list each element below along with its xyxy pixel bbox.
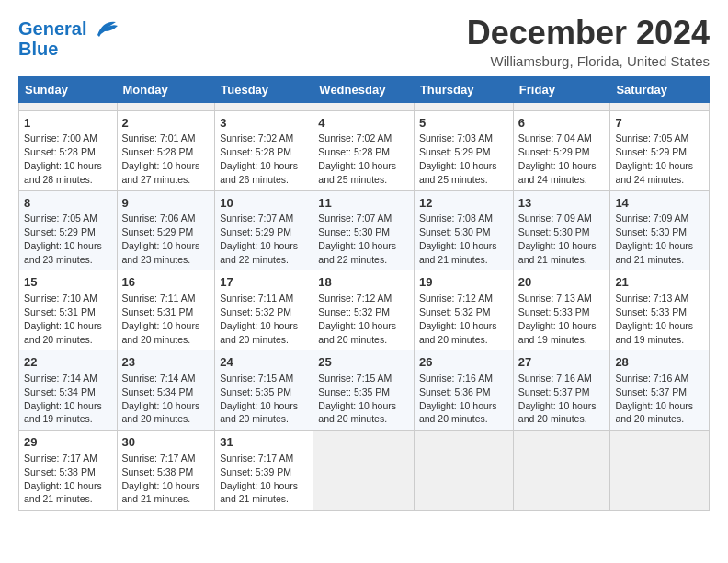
day-number: 4 [318, 115, 409, 132]
cell-info: Sunrise: 7:14 AMSunset: 5:34 PMDaylight:… [122, 373, 200, 425]
day-number: 10 [220, 195, 308, 212]
day-number: 5 [419, 115, 508, 132]
cell-info: Sunrise: 7:16 AMSunset: 5:37 PMDaylight:… [615, 373, 693, 425]
table-cell: 2Sunrise: 7:01 AMSunset: 5:28 PMDaylight… [117, 110, 215, 190]
cell-info: Sunrise: 7:02 AMSunset: 5:28 PMDaylight:… [318, 132, 396, 185]
cell-info: Sunrise: 7:17 AMSunset: 5:39 PMDaylight:… [220, 453, 298, 505]
cell-info: Sunrise: 7:00 AMSunset: 5:28 PMDaylight:… [24, 132, 102, 185]
table-cell [215, 102, 313, 110]
week-row-6: 29Sunrise: 7:17 AMSunset: 5:38 PMDayligh… [19, 431, 710, 511]
day-number: 18 [318, 274, 409, 291]
day-number: 26 [419, 354, 508, 371]
cell-info: Sunrise: 7:05 AMSunset: 5:29 PMDaylight:… [24, 213, 102, 265]
cell-info: Sunrise: 7:02 AMSunset: 5:28 PMDaylight:… [220, 132, 298, 185]
day-number: 25 [318, 354, 409, 371]
table-cell [313, 431, 415, 511]
day-number: 11 [318, 195, 409, 212]
calendar-title: December 2024 [467, 15, 710, 52]
table-cell: 18Sunrise: 7:12 AMSunset: 5:32 PMDayligh… [313, 270, 415, 350]
cell-info: Sunrise: 7:11 AMSunset: 5:31 PMDaylight:… [122, 293, 200, 345]
day-number: 19 [419, 274, 508, 291]
table-cell: 10Sunrise: 7:07 AMSunset: 5:29 PMDayligh… [215, 190, 313, 270]
table-cell: 3Sunrise: 7:02 AMSunset: 5:28 PMDaylight… [215, 110, 313, 190]
week-row-1 [19, 102, 710, 110]
cell-info: Sunrise: 7:13 AMSunset: 5:33 PMDaylight:… [615, 293, 693, 345]
cell-info: Sunrise: 7:03 AMSunset: 5:29 PMDaylight:… [419, 132, 497, 185]
table-cell: 9Sunrise: 7:06 AMSunset: 5:29 PMDaylight… [117, 190, 215, 270]
table-cell [513, 431, 610, 511]
logo-general: General [18, 18, 86, 39]
table-cell: 16Sunrise: 7:11 AMSunset: 5:31 PMDayligh… [117, 270, 215, 350]
table-cell: 21Sunrise: 7:13 AMSunset: 5:33 PMDayligh… [610, 270, 710, 350]
cell-info: Sunrise: 7:12 AMSunset: 5:32 PMDaylight:… [419, 293, 497, 345]
week-row-3: 8Sunrise: 7:05 AMSunset: 5:29 PMDaylight… [19, 190, 710, 270]
cell-info: Sunrise: 7:06 AMSunset: 5:29 PMDaylight:… [122, 213, 200, 265]
cell-info: Sunrise: 7:11 AMSunset: 5:32 PMDaylight:… [220, 293, 298, 345]
calendar-subtitle: Williamsburg, Florida, United States [467, 53, 710, 69]
logo: General Blue [18, 18, 119, 59]
day-number: 29 [24, 434, 112, 451]
calendar-header-row: Sunday Monday Tuesday Wednesday Thursday… [19, 76, 710, 102]
cell-info: Sunrise: 7:07 AMSunset: 5:30 PMDaylight:… [318, 213, 396, 265]
cell-info: Sunrise: 7:08 AMSunset: 5:30 PMDaylight:… [419, 213, 497, 265]
table-cell: 17Sunrise: 7:11 AMSunset: 5:32 PMDayligh… [215, 270, 313, 350]
logo-blue: Blue [18, 39, 119, 59]
cell-info: Sunrise: 7:17 AMSunset: 5:38 PMDaylight:… [24, 453, 102, 505]
day-number: 17 [220, 274, 308, 291]
col-tuesday: Tuesday [215, 76, 313, 102]
table-cell [19, 102, 118, 110]
calendar-table: Sunday Monday Tuesday Wednesday Thursday… [18, 76, 710, 511]
table-cell: 8Sunrise: 7:05 AMSunset: 5:29 PMDaylight… [19, 190, 118, 270]
table-cell: 24Sunrise: 7:15 AMSunset: 5:35 PMDayligh… [215, 350, 313, 431]
day-number: 27 [518, 354, 606, 371]
day-number: 2 [122, 115, 210, 132]
cell-info: Sunrise: 7:13 AMSunset: 5:33 PMDaylight:… [518, 293, 597, 345]
day-number: 1 [24, 115, 112, 132]
cell-info: Sunrise: 7:12 AMSunset: 5:32 PMDaylight:… [318, 293, 396, 345]
cell-info: Sunrise: 7:07 AMSunset: 5:29 PMDaylight:… [220, 213, 298, 265]
day-number: 14 [615, 195, 704, 212]
title-block: December 2024 Williamsburg, Florida, Uni… [467, 15, 710, 69]
day-number: 30 [122, 434, 210, 451]
table-cell: 1Sunrise: 7:00 AMSunset: 5:28 PMDaylight… [19, 110, 118, 190]
cell-info: Sunrise: 7:14 AMSunset: 5:34 PMDaylight:… [24, 373, 102, 425]
table-cell: 11Sunrise: 7:07 AMSunset: 5:30 PMDayligh… [313, 190, 415, 270]
day-number: 15 [24, 274, 112, 291]
col-wednesday: Wednesday [313, 76, 415, 102]
day-number: 13 [518, 195, 606, 212]
day-number: 8 [24, 195, 112, 212]
table-cell: 7Sunrise: 7:05 AMSunset: 5:29 PMDaylight… [610, 110, 710, 190]
day-number: 12 [419, 195, 508, 212]
cell-info: Sunrise: 7:05 AMSunset: 5:29 PMDaylight:… [615, 132, 693, 185]
table-cell: 15Sunrise: 7:10 AMSunset: 5:31 PMDayligh… [19, 270, 118, 350]
table-cell: 5Sunrise: 7:03 AMSunset: 5:29 PMDaylight… [414, 110, 513, 190]
table-cell: 12Sunrise: 7:08 AMSunset: 5:30 PMDayligh… [414, 190, 513, 270]
table-cell [117, 102, 215, 110]
table-cell: 27Sunrise: 7:16 AMSunset: 5:37 PMDayligh… [513, 350, 610, 431]
col-saturday: Saturday [610, 76, 710, 102]
day-number: 22 [24, 354, 112, 371]
day-number: 3 [220, 115, 308, 132]
cell-info: Sunrise: 7:09 AMSunset: 5:30 PMDaylight:… [518, 213, 597, 265]
day-number: 16 [122, 274, 210, 291]
table-cell [414, 431, 513, 511]
day-number: 20 [518, 274, 606, 291]
cell-info: Sunrise: 7:17 AMSunset: 5:38 PMDaylight:… [122, 453, 200, 505]
cell-info: Sunrise: 7:10 AMSunset: 5:31 PMDaylight:… [24, 293, 102, 345]
table-cell: 6Sunrise: 7:04 AMSunset: 5:29 PMDaylight… [513, 110, 610, 190]
day-number: 7 [615, 115, 704, 132]
table-cell [610, 431, 710, 511]
table-cell [513, 102, 610, 110]
header: General Blue December 2024 Williamsburg,… [18, 15, 710, 69]
cell-info: Sunrise: 7:16 AMSunset: 5:37 PMDaylight:… [518, 373, 597, 425]
table-cell: 4Sunrise: 7:02 AMSunset: 5:28 PMDaylight… [313, 110, 415, 190]
table-cell: 29Sunrise: 7:17 AMSunset: 5:38 PMDayligh… [19, 431, 118, 511]
col-monday: Monday [117, 76, 215, 102]
table-cell: 13Sunrise: 7:09 AMSunset: 5:30 PMDayligh… [513, 190, 610, 270]
table-cell: 30Sunrise: 7:17 AMSunset: 5:38 PMDayligh… [117, 431, 215, 511]
table-cell: 14Sunrise: 7:09 AMSunset: 5:30 PMDayligh… [610, 190, 710, 270]
cell-info: Sunrise: 7:09 AMSunset: 5:30 PMDaylight:… [615, 213, 693, 265]
table-cell: 19Sunrise: 7:12 AMSunset: 5:32 PMDayligh… [414, 270, 513, 350]
week-row-4: 15Sunrise: 7:10 AMSunset: 5:31 PMDayligh… [19, 270, 710, 350]
week-row-5: 22Sunrise: 7:14 AMSunset: 5:34 PMDayligh… [19, 350, 710, 431]
